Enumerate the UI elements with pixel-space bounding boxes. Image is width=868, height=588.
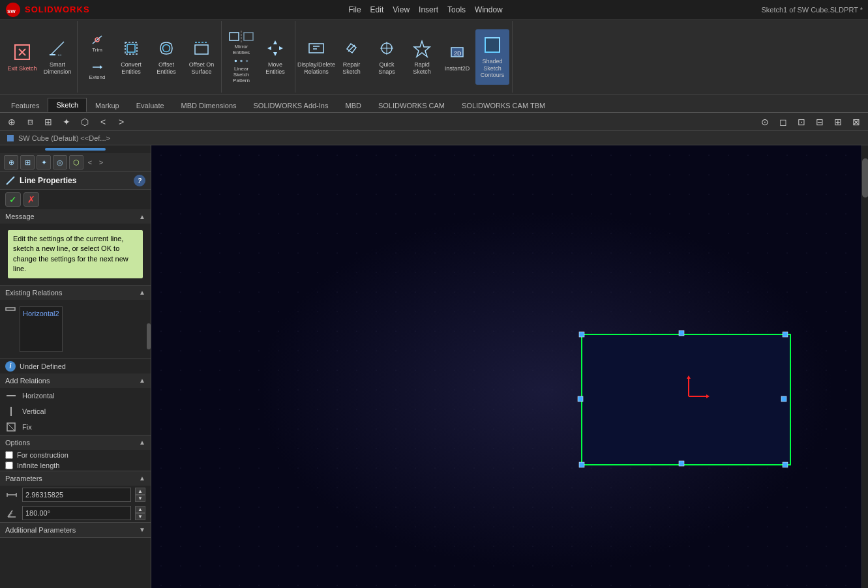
svg-marker-24: [267, 46, 271, 50]
menu-bar: File Edit View Insert Tools Window: [348, 5, 503, 14]
tb2-view-2[interactable]: ◻: [775, 115, 791, 129]
repair-sketch-button[interactable]: Repair Sketch: [335, 29, 368, 85]
menu-view[interactable]: View: [393, 5, 410, 14]
angle-down-button[interactable]: ▼: [135, 513, 145, 520]
svg-rect-13: [127, 44, 135, 52]
mirror-entities-icon: [228, 31, 254, 42]
tb2-view-5[interactable]: ⊞: [830, 115, 846, 129]
tb2-btn-1[interactable]: ⊕: [4, 115, 20, 129]
message-section-header[interactable]: Message ▲: [0, 209, 151, 224]
tab-markup[interactable]: Markup: [87, 98, 128, 112]
panel-tb-prev[interactable]: <: [85, 155, 95, 169]
length-up-button[interactable]: ▲: [135, 488, 145, 495]
options-header[interactable]: Options ▲: [0, 435, 151, 450]
panel-tb-4[interactable]: ◎: [53, 155, 67, 169]
menu-window[interactable]: Window: [475, 5, 503, 14]
tab-sw-cam-tbm[interactable]: SOLIDWORKS CAM TBM: [453, 98, 554, 112]
menu-file[interactable]: File: [348, 5, 361, 14]
tb2-btn-7[interactable]: >: [113, 115, 129, 129]
infinite-length-row: Infinite length: [0, 460, 151, 471]
extend-entities-button[interactable]: Extend: [82, 57, 113, 83]
additional-params-header[interactable]: Additional Parameters ▼: [0, 523, 151, 537]
tab-mbd-dimensions[interactable]: MBD Dimensions: [173, 98, 245, 112]
tab-mbd[interactable]: MBD: [337, 98, 369, 112]
length-input[interactable]: [22, 488, 131, 502]
line-properties-title: Line Properties: [20, 176, 76, 185]
tb2-btn-5[interactable]: ⬡: [77, 115, 93, 129]
smart-dimension-button[interactable]: ↔ Smart Dimension: [40, 29, 74, 85]
convert-entities-button[interactable]: Convert Entities: [114, 29, 148, 85]
instant2d-label: Instant2D: [445, 65, 470, 72]
svg-rect-54: [679, 331, 684, 336]
relation-horizontal[interactable]: Horizontal: [0, 388, 151, 404]
canvas-vscrollbar-thumb[interactable]: [862, 158, 868, 198]
help-button[interactable]: ?: [134, 175, 145, 186]
for-construction-label: For construction: [17, 451, 68, 459]
menu-tools[interactable]: Tools: [447, 5, 466, 14]
exit-sketch-icon: [12, 42, 33, 63]
tab-solidworks-addins[interactable]: SOLIDWORKS Add-Ins: [245, 98, 337, 112]
tb2-view-6[interactable]: ⊠: [848, 115, 864, 129]
tabs-bar: Features Sketch Markup Evaluate MBD Dime…: [0, 95, 868, 113]
tab-evaluate[interactable]: Evaluate: [128, 98, 173, 112]
length-down-button[interactable]: ▼: [135, 495, 145, 502]
add-relations-header[interactable]: Add Relations ▲: [0, 374, 151, 388]
quick-snaps-icon: [376, 38, 397, 59]
panel-tb-1[interactable]: ⊕: [4, 155, 18, 169]
tab-features[interactable]: Features: [3, 98, 48, 112]
tb2-view-4[interactable]: ⊟: [812, 115, 828, 129]
solidworks-logo-icon: SW: [5, 2, 21, 18]
relation-fix[interactable]: Fix: [0, 419, 151, 435]
infinite-length-checkbox[interactable]: [5, 462, 13, 469]
exit-sketch-button[interactable]: Exit Sketch: [5, 29, 39, 85]
tb2-view-3[interactable]: ⊡: [794, 115, 809, 129]
angle-up-button[interactable]: ▲: [135, 506, 145, 513]
for-construction-checkbox[interactable]: [5, 451, 13, 459]
panel-tb-2[interactable]: ⊞: [20, 155, 35, 169]
menu-insert[interactable]: Insert: [419, 5, 438, 14]
tab-sw-cam[interactable]: SOLIDWORKS CAM: [370, 98, 453, 112]
existing-relations-header[interactable]: Existing Relations ▲: [0, 286, 151, 300]
svg-rect-52: [579, 462, 584, 467]
menu-edit[interactable]: Edit: [370, 5, 384, 14]
panel-tb-next[interactable]: >: [97, 155, 106, 169]
linear-sketch-button[interactable]: Linear Sketch Pattern: [226, 57, 257, 83]
trim-entities-button[interactable]: Trim: [82, 30, 113, 56]
relation-type-icon: [5, 304, 16, 314]
panel-tb-5[interactable]: ⬡: [69, 155, 83, 169]
cancel-button[interactable]: ✗: [23, 192, 39, 207]
instant2d-button[interactable]: 2D Instant2D: [440, 29, 474, 85]
offset-entities-button[interactable]: Offset Entities: [149, 29, 183, 85]
angle-input[interactable]: [22, 506, 131, 520]
angle-spinner: ▲ ▼: [135, 506, 145, 520]
quick-snaps-button[interactable]: Quick Snaps: [370, 29, 404, 85]
fix-label: Fix: [22, 423, 32, 431]
sketch-canvas-area[interactable]: [151, 145, 868, 588]
move-entities-button[interactable]: Move Entities: [258, 29, 292, 85]
tb2-view-1[interactable]: ⊙: [757, 115, 773, 129]
breadcrumb: SW Cube (Default) <<Def...>: [18, 134, 110, 142]
rapid-sketch-button[interactable]: Rapid Sketch: [405, 29, 439, 85]
ok-button[interactable]: ✓: [5, 192, 21, 207]
tb2-btn-6[interactable]: <: [95, 115, 111, 129]
panel-tb-3[interactable]: ✦: [37, 155, 51, 169]
canvas-vscrollbar[interactable]: [861, 145, 868, 588]
tb2-btn-3[interactable]: ⊞: [40, 115, 56, 129]
panel-resize-handle[interactable]: [147, 323, 151, 349]
relation-vertical[interactable]: Vertical: [0, 404, 151, 419]
under-defined-label: Under Defined: [20, 362, 66, 370]
display-delete-button[interactable]: Display/Delete Relations: [299, 29, 333, 85]
toolbar-col-trim-extend: Trim Extend: [82, 30, 113, 83]
offset-label: Offset Entities: [151, 61, 182, 76]
existing-relations-content: Horizontal2: [0, 300, 151, 359]
svg-point-19: [235, 60, 237, 63]
tab-sketch[interactable]: Sketch: [48, 98, 87, 112]
mirror-entities-button[interactable]: Mirror Entities: [226, 30, 257, 56]
shaded-sketch-button[interactable]: Shaded Sketch Contours: [475, 29, 509, 85]
tb2-btn-4[interactable]: ✦: [59, 115, 74, 129]
parameters-header[interactable]: Parameters ▲: [0, 471, 151, 486]
existing-relations-list[interactable]: Horizontal2: [20, 306, 63, 352]
offset-surface-button[interactable]: Offset On Surface: [185, 29, 218, 85]
instant2d-icon: 2D: [447, 42, 468, 63]
tb2-btn-2[interactable]: ⧈: [22, 115, 38, 129]
